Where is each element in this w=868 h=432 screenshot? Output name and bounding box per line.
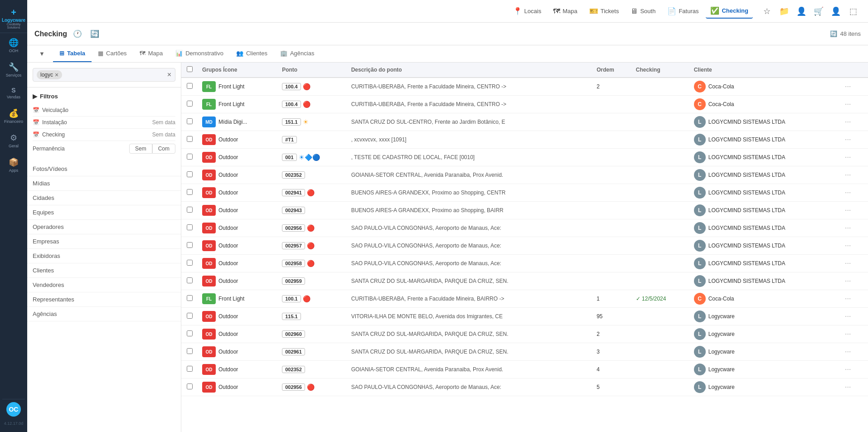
more-options-button[interactable]: ···: [842, 82, 853, 91]
topnav-locais-label: Locais: [524, 8, 542, 15]
more-options-button[interactable]: ···: [842, 276, 853, 286]
topnav-south[interactable]: 🖥 South: [626, 5, 660, 18]
row-checkbox[interactable]: [187, 171, 193, 177]
more-options-button[interactable]: ···: [842, 170, 853, 180]
nav-empresas[interactable]: Empresas: [27, 234, 181, 249]
row-checkbox[interactable]: [187, 366, 193, 372]
more-options-button[interactable]: ···: [842, 364, 853, 374]
row-checkbox[interactable]: [187, 83, 193, 89]
filter-icon: ▼: [39, 50, 45, 57]
tab-mapa[interactable]: 🗺 Mapa: [133, 45, 170, 62]
more-options-button[interactable]: ···: [842, 241, 853, 250]
star-button[interactable]: ☆: [759, 4, 775, 19]
checking-cell: ✓ 12/5/2024: [631, 290, 689, 308]
row-checkbox[interactable]: [187, 189, 193, 195]
client-name: Logycware: [708, 313, 735, 320]
grupos-icone-cell: FL Front Light: [198, 290, 277, 308]
topnav-locais[interactable]: 📍 Locais: [509, 4, 546, 18]
row-checkbox[interactable]: [187, 330, 193, 336]
row-checkbox[interactable]: [187, 224, 193, 230]
topnav-checking[interactable]: ✅ Checking: [706, 4, 753, 19]
more-options-button[interactable]: ···: [842, 152, 853, 162]
row-checkbox[interactable]: [187, 136, 193, 142]
point-badge: 002960: [282, 330, 305, 338]
more-options-button[interactable]: ···: [842, 205, 853, 215]
more-options-button[interactable]: ···: [842, 188, 853, 197]
row-checkbox[interactable]: [187, 277, 193, 283]
tab-tabela[interactable]: ⊞ Tabela: [53, 45, 92, 62]
nav-cidades[interactable]: Cidades: [27, 191, 181, 205]
description-text: SAO PAULO-VILA CONGONHAS, Aeroporto de M…: [351, 225, 501, 231]
group-name: Outdoor: [218, 313, 238, 320]
col-actions: [838, 63, 868, 78]
row-checkbox[interactable]: [187, 383, 193, 389]
nav-vendedores[interactable]: Vendedores: [27, 278, 181, 292]
grupos-icone-cell: OD Outdoor: [198, 184, 277, 202]
row-checkbox[interactable]: [187, 260, 193, 266]
checking-cell: [631, 78, 689, 96]
more-options-button[interactable]: ···: [842, 223, 853, 233]
logout-button[interactable]: ⬚: [845, 4, 861, 19]
nav-agencias[interactable]: Agências: [27, 307, 181, 321]
nav-clientes[interactable]: Clientes: [27, 263, 181, 278]
row-checkbox[interactable]: [187, 242, 193, 248]
descricao-cell: BUENOS AIRES-A GRANDEXX, Proximo ao Shop…: [347, 202, 592, 219]
group-icon-badge: OD: [202, 364, 216, 375]
profile-button[interactable]: 👤: [828, 4, 844, 19]
nav-exibidoras[interactable]: Exibidoras: [27, 249, 181, 263]
ponto-cell: 002958 🔴: [277, 255, 347, 272]
nav-operadores[interactable]: Operadores: [27, 220, 181, 234]
row-checkbox[interactable]: [187, 348, 193, 354]
more-options-button[interactable]: ···: [842, 382, 853, 392]
tab-clientes[interactable]: 👥 Clientes: [230, 45, 274, 62]
more-options-button[interactable]: ···: [842, 135, 853, 144]
cart-button[interactable]: 🛒: [811, 4, 826, 19]
row-checkbox[interactable]: [187, 313, 193, 319]
select-all-checkbox[interactable]: [187, 66, 193, 72]
group-name: Outdoor: [218, 331, 238, 337]
more-options-button[interactable]: ···: [842, 99, 853, 109]
client-avatar: L: [694, 169, 706, 181]
folder-button[interactable]: 📁: [776, 4, 792, 19]
sidebar-item-geral[interactable]: ⚙ Geral: [0, 128, 27, 153]
history-button[interactable]: 🕐: [71, 27, 84, 41]
more-options-button[interactable]: ···: [842, 294, 853, 303]
search-clear-button[interactable]: ×: [167, 71, 171, 79]
row-checkbox[interactable]: [187, 118, 193, 124]
sidebar-item-servicos[interactable]: 🔧 Serviços: [0, 58, 27, 82]
topnav-faturas[interactable]: 📄 Faturas: [663, 4, 703, 18]
nav-fotos-videos[interactable]: Fotos/Vídeos: [27, 162, 181, 176]
sidebar-item-apps[interactable]: 📦 Apps: [0, 153, 27, 177]
group-name: Outdoor: [218, 172, 238, 178]
more-options-button[interactable]: ···: [842, 347, 853, 356]
tab-tabela-label: Tabela: [67, 50, 85, 57]
sidebar-item-ooh[interactable]: 🌐 OOH: [0, 33, 27, 58]
client-avatar: L: [694, 381, 706, 393]
permanencia-com-button[interactable]: Com: [152, 144, 175, 154]
row-checkbox[interactable]: [187, 101, 193, 107]
client-name: Logycware: [708, 366, 735, 373]
client-name: LOGYCMIND SISTEMAS LTDA: [708, 243, 786, 249]
permanencia-sem-button[interactable]: Sem: [129, 144, 152, 154]
nav-midias[interactable]: Mídias: [27, 176, 181, 191]
more-options-button[interactable]: ···: [842, 117, 853, 126]
refresh-button[interactable]: 🔄: [88, 27, 102, 41]
user-button[interactable]: 👤: [794, 4, 809, 19]
topnav-tickets[interactable]: 🎫 Tickets: [585, 4, 624, 18]
tab-demonstrativo[interactable]: 📊 Demonstrativo: [169, 45, 230, 62]
tab-cartoes[interactable]: ▦ Cartões: [92, 45, 133, 62]
more-options-button[interactable]: ···: [842, 258, 853, 268]
sidebar-item-financeiro[interactable]: 💰 Financeiro: [0, 104, 27, 128]
sidebar-item-vendas[interactable]: S Vendas: [0, 82, 27, 104]
search-tag-close-button[interactable]: ×: [55, 71, 58, 78]
more-options-button[interactable]: ···: [842, 311, 853, 321]
tab-agencias[interactable]: 🏢 Agências: [274, 45, 320, 62]
filter-button[interactable]: ▼: [34, 48, 49, 60]
nav-equipes[interactable]: Equipes: [27, 205, 181, 220]
row-checkbox[interactable]: [187, 207, 193, 213]
topnav-mapa[interactable]: 🗺 Mapa: [548, 5, 582, 18]
row-checkbox[interactable]: [187, 154, 193, 160]
row-checkbox[interactable]: [187, 295, 193, 301]
more-options-button[interactable]: ···: [842, 329, 853, 339]
nav-representantes[interactable]: Representantes: [27, 292, 181, 307]
